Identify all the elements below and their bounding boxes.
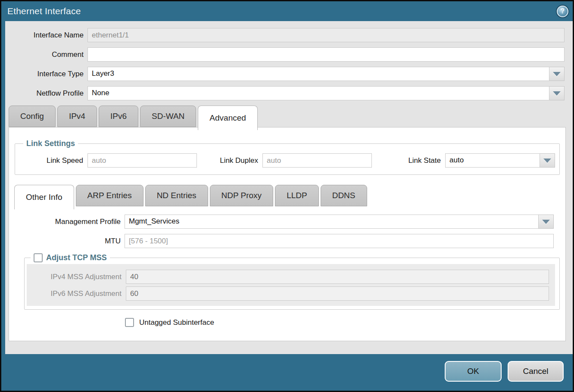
tab-ipv6[interactable]: IPv6: [99, 106, 138, 127]
ipv4-mss-row: IPv4 MSS Adjustment: [27, 270, 549, 284]
dialog-body: Interface Name Comment Interface Type La…: [1, 21, 573, 354]
adjust-tcp-mss-label: Adjust TCP MSS: [46, 253, 107, 262]
tab-arp-entries[interactable]: ARP Entries: [76, 185, 144, 206]
chevron-down-icon[interactable]: [549, 67, 565, 81]
advanced-tab-panel: Link Settings Link Speed Link Duplex Lin…: [9, 127, 566, 341]
ipv6-mss-input: [126, 286, 549, 301]
untagged-subinterface-checkbox[interactable]: [125, 318, 134, 327]
tab-config[interactable]: Config: [9, 106, 56, 127]
netflow-profile-select[interactable]: None: [87, 86, 565, 100]
ipv6-mss-row: IPv6 MSS Adjustment: [27, 286, 549, 301]
adjust-tcp-mss-fieldset: Adjust TCP MSS IPv4 MSS Adjustment IPv6 …: [24, 253, 560, 310]
netflow-profile-value: None: [87, 86, 549, 100]
ipv6-mss-label: IPv6 MSS Adjustment: [27, 289, 126, 298]
netflow-profile-row: Netflow Profile None: [5, 86, 573, 100]
interface-name-input: [87, 28, 565, 42]
management-profile-label: Management Profile: [9, 218, 125, 226]
link-speed-input[interactable]: [87, 153, 197, 168]
tab-other-info[interactable]: Other Info: [14, 185, 74, 209]
interface-type-label: Interface Type: [5, 70, 87, 78]
link-state-label: Link State: [379, 156, 445, 165]
ipv4-mss-label: IPv4 MSS Adjustment: [27, 273, 126, 281]
dialog-title: Ethernet Interface: [7, 6, 81, 16]
link-duplex-input[interactable]: [262, 153, 372, 168]
link-duplex-label: Link Duplex: [197, 156, 262, 165]
tab-advanced[interactable]: Advanced: [198, 106, 258, 130]
link-speed-label: Link Speed: [19, 156, 87, 165]
adjust-tcp-mss-legend: Adjust TCP MSS: [31, 253, 110, 262]
interface-type-select[interactable]: Layer3: [87, 67, 565, 81]
mtu-label: MTU: [9, 237, 125, 246]
link-settings-fieldset: Link Settings Link Speed Link Duplex Lin…: [15, 139, 560, 175]
adjust-tcp-mss-checkbox[interactable]: [34, 253, 43, 262]
comment-input[interactable]: [87, 47, 565, 62]
tab-nd-entries[interactable]: ND Entries: [145, 185, 208, 206]
netflow-profile-label: Netflow Profile: [5, 89, 87, 98]
interface-type-value: Layer3: [87, 67, 549, 81]
comment-label: Comment: [5, 50, 87, 59]
mtu-row: MTU: [9, 234, 565, 248]
untagged-subinterface-row: Untagged Subinterface: [125, 318, 565, 327]
dialog-titlebar: Ethernet Interface ?: [1, 1, 573, 21]
inner-tabstrip: Other Info ARP Entries ND Entries NDP Pr…: [9, 185, 565, 206]
management-profile-row: Management Profile Mgmt_Services: [9, 215, 565, 229]
interface-name-label: Interface Name: [5, 31, 87, 40]
tab-ddns[interactable]: DDNS: [321, 185, 367, 206]
chevron-down-icon[interactable]: [549, 86, 565, 100]
link-settings-row: Link Speed Link Duplex Link State auto: [19, 152, 555, 170]
untagged-subinterface-label: Untagged Subinterface: [139, 318, 214, 327]
main-tabstrip: Config IPv4 IPv6 SD-WAN Advanced: [5, 106, 573, 127]
comment-row: Comment: [5, 47, 573, 62]
chevron-down-icon[interactable]: [540, 153, 555, 168]
chevron-down-icon[interactable]: [539, 215, 554, 229]
management-profile-value: Mgmt_Services: [125, 215, 539, 229]
link-state-select[interactable]: auto: [445, 153, 555, 168]
ethernet-interface-dialog: Ethernet Interface ? Interface Name Comm…: [0, 0, 574, 392]
tab-ndp-proxy[interactable]: NDP Proxy: [210, 185, 274, 206]
link-state-value: auto: [445, 153, 540, 168]
mss-disabled-block: IPv4 MSS Adjustment IPv6 MSS Adjustment: [27, 264, 555, 306]
link-settings-legend: Link Settings: [23, 139, 78, 148]
other-info-panel: Management Profile Mgmt_Services MTU: [9, 206, 565, 327]
interface-type-row: Interface Type Layer3: [5, 67, 573, 81]
tab-lldp[interactable]: LLDP: [275, 185, 319, 206]
ok-button[interactable]: OK: [445, 361, 502, 382]
interface-name-row: Interface Name: [5, 28, 573, 42]
help-icon[interactable]: ?: [557, 6, 568, 17]
tab-sd-wan[interactable]: SD-WAN: [140, 106, 196, 127]
ipv4-mss-input: [126, 270, 549, 284]
tab-ipv4[interactable]: IPv4: [57, 106, 97, 127]
cancel-button[interactable]: Cancel: [508, 361, 564, 382]
dialog-footer: OK Cancel: [1, 354, 573, 391]
management-profile-select[interactable]: Mgmt_Services: [125, 215, 554, 229]
mtu-input[interactable]: [125, 234, 554, 248]
